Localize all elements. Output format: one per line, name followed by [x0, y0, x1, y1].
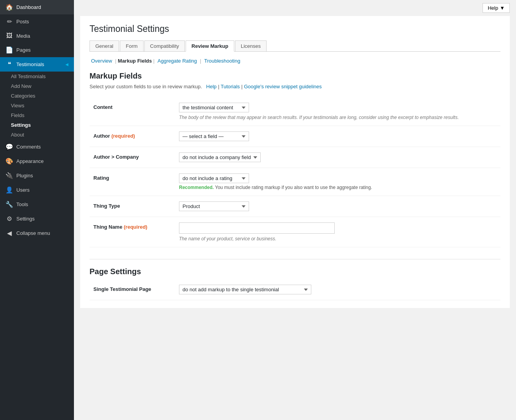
posts-icon: ✏ — [5, 18, 13, 25]
sidebar-sub-about[interactable]: About — [5, 130, 74, 140]
sidebar-item-label: Posts — [16, 19, 29, 24]
sidebar-item-posts[interactable]: ✏ Posts — [0, 14, 74, 29]
rating-recommended-line: Recommended. You must include rating mar… — [179, 185, 497, 190]
content-select[interactable]: the testimonial content — [179, 103, 249, 112]
author-company-select[interactable]: do not include a company field — [179, 152, 261, 162]
sidebar-item-tools[interactable]: 🔧 Tools — [0, 197, 74, 212]
section-heading: Markup Fields — [90, 72, 500, 80]
sidebar-item-users[interactable]: 👤 Users — [0, 183, 74, 197]
testimonials-arrow-icon: ◀ — [65, 62, 68, 66]
sidebar-sub-views[interactable]: Views — [5, 101, 74, 110]
rating-select[interactable]: do not include a rating — [179, 173, 249, 183]
sidebar-item-label: Collapse menu — [16, 230, 50, 236]
thing-name-input[interactable] — [179, 222, 335, 234]
sidebar-item-plugins[interactable]: 🔌 Plugins — [0, 168, 74, 183]
sidebar-sub-settings[interactable]: Settings — [5, 120, 74, 130]
tab-compatibility[interactable]: Compatibility — [144, 40, 185, 52]
content-help: The body of the review that may appear i… — [179, 115, 497, 120]
help-link[interactable]: Help — [206, 84, 217, 89]
help-bar: Help ▼ — [74, 0, 516, 16]
sidebar-item-label: Plugins — [16, 173, 33, 178]
rating-label: Rating — [93, 175, 109, 181]
settings-icon: ⚙ — [5, 215, 13, 222]
author-row: Author (required) — select a field — — [90, 126, 500, 147]
sub-nav-sep-1: | — [115, 58, 118, 64]
single-testimonial-label: Single Testimonial Page — [93, 286, 151, 292]
recommended-label: Recommended. — [179, 185, 214, 190]
author-company-row: Author > Company do not include a compan… — [90, 147, 500, 168]
media-icon: 🖼 — [5, 32, 13, 39]
help-button-label: Help — [488, 5, 498, 11]
sub-nav-sep-3: | — [200, 58, 203, 64]
sidebar-item-label: Comments — [16, 144, 41, 150]
recommended-text: You must include rating markup if you al… — [215, 185, 372, 190]
thing-type-row: Thing Type Product LocalBusiness Organiz… — [90, 196, 500, 217]
content-row: Content the testimonial content The body… — [90, 97, 500, 126]
sidebar-item-dashboard[interactable]: 🏠 Dashboard — [0, 0, 74, 14]
guidelines-link[interactable]: Google's review snippet guidelines — [244, 84, 322, 89]
sidebar-item-appearance[interactable]: 🎨 Appearance — [0, 154, 74, 168]
section-desc-text: Select your custom fields to use in revi… — [90, 84, 202, 89]
pages-icon: 📄 — [5, 46, 13, 54]
sidebar: 🏠 Dashboard ✏ Posts 🖼 Media 📄 Pages ❝ Te… — [0, 0, 74, 420]
appearance-icon: 🎨 — [5, 158, 13, 165]
comments-icon: 💬 — [5, 143, 13, 150]
plugins-icon: 🔌 — [5, 172, 13, 179]
form-table: Content the testimonial content The body… — [90, 97, 500, 247]
sub-nav-aggregate-rating[interactable]: Aggregate Rating — [158, 58, 197, 64]
sidebar-item-label: Tools — [16, 201, 28, 207]
author-required: (required) — [111, 133, 135, 139]
sidebar-item-comments[interactable]: 💬 Comments — [0, 140, 74, 154]
collapse-icon: ◀ — [5, 229, 13, 237]
author-company-label: Author > Company — [93, 154, 139, 160]
sub-nav-troubleshooting[interactable]: Troubleshooting — [204, 58, 240, 64]
author-label: Author — [93, 133, 110, 139]
content-area: Testimonial Settings General Form Compat… — [80, 16, 510, 308]
tab-review-markup[interactable]: Review Markup — [186, 40, 234, 52]
thing-name-help: The name of your product, service or bus… — [179, 236, 497, 242]
content-label: Content — [93, 104, 112, 110]
sidebar-item-label: Settings — [16, 216, 35, 222]
sidebar-item-pages[interactable]: 📄 Pages — [0, 43, 74, 57]
dashboard-icon: 🏠 — [5, 4, 13, 11]
author-select[interactable]: — select a field — — [179, 131, 249, 141]
sidebar-item-label: Appearance — [16, 158, 44, 164]
tutorials-link[interactable]: Tutorials — [221, 84, 240, 89]
main-content: Help ▼ Testimonial Settings General Form… — [74, 0, 516, 420]
sidebar-sub-add-new[interactable]: Add New — [5, 81, 74, 91]
sidebar-item-label: Testimonials — [16, 61, 44, 67]
tabs: General Form Compatibility Review Markup… — [90, 40, 500, 52]
page-settings-heading: Page Settings — [90, 267, 500, 276]
testimonials-submenu: All Testimonials Add New Categories View… — [0, 72, 74, 140]
thing-name-row: Thing Name (required) The name of your p… — [90, 217, 500, 247]
sidebar-item-label: Dashboard — [16, 4, 41, 10]
sidebar-item-settings[interactable]: ⚙ Settings — [0, 212, 74, 226]
sidebar-sub-categories[interactable]: Categories — [5, 91, 74, 101]
sidebar-item-media[interactable]: 🖼 Media — [0, 29, 74, 43]
thing-name-label: Thing Name — [93, 224, 122, 230]
help-chevron-icon: ▼ — [500, 5, 505, 11]
sub-nav: Overview | Markup Fields | Aggregate Rat… — [90, 58, 500, 64]
single-testimonial-row: Single Testimonial Page do not add marku… — [90, 279, 500, 300]
tools-icon: 🔧 — [5, 201, 13, 208]
section-separator — [90, 259, 500, 259]
sidebar-sub-all-testimonials[interactable]: All Testimonials — [5, 72, 74, 81]
thing-type-select[interactable]: Product LocalBusiness Organization Perso… — [179, 201, 249, 211]
tab-general[interactable]: General — [90, 40, 119, 52]
sub-nav-markup-fields: Markup Fields — [118, 58, 152, 64]
sub-nav-sep-2: | — [153, 58, 156, 64]
sidebar-sub-fields[interactable]: Fields — [5, 110, 74, 120]
sidebar-item-label: Media — [16, 33, 30, 39]
sidebar-item-testimonials[interactable]: ❝ Testimonials ◀ — [0, 57, 74, 72]
rating-row: Rating do not include a rating Recommend… — [90, 168, 500, 196]
help-button[interactable]: Help ▼ — [483, 3, 510, 13]
section-desc: Select your custom fields to use in revi… — [90, 84, 500, 89]
users-icon: 👤 — [5, 186, 13, 194]
sidebar-item-collapse[interactable]: ◀ Collapse menu — [0, 226, 74, 240]
tab-form[interactable]: Form — [120, 40, 143, 52]
single-testimonial-select[interactable]: do not add markup to the single testimon… — [179, 285, 311, 294]
page-settings-table: Single Testimonial Page do not add marku… — [90, 279, 500, 300]
thing-name-required: (required) — [124, 224, 147, 230]
sub-nav-overview[interactable]: Overview — [91, 58, 112, 64]
tab-licenses[interactable]: Licenses — [235, 40, 267, 52]
